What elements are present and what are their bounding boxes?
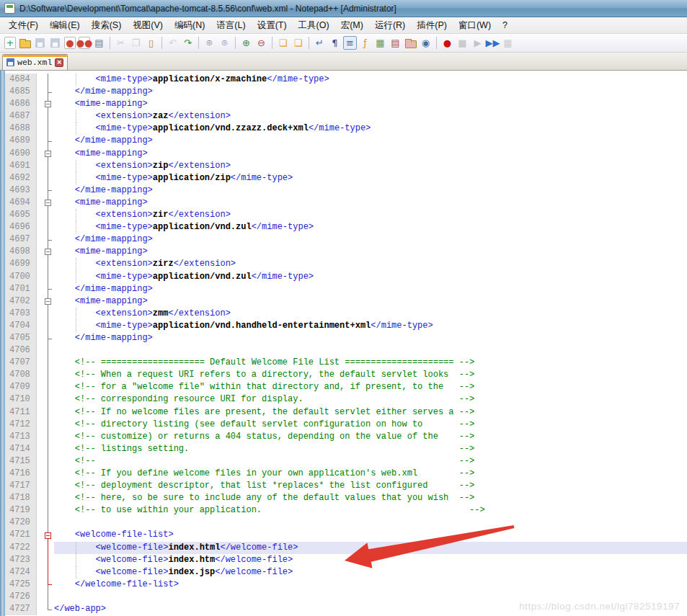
open-file-icon[interactable] bbox=[18, 36, 32, 50]
replace-icon[interactable]: ⌾ bbox=[218, 36, 231, 50]
fold-margin[interactable] bbox=[42, 542, 54, 554]
fold-margin[interactable] bbox=[42, 480, 54, 492]
fold-margin[interactable] bbox=[42, 357, 54, 369]
line-number[interactable]: 4719 bbox=[0, 504, 37, 517]
line-number[interactable]: 4694 bbox=[0, 197, 37, 209]
line-number[interactable]: 4718 bbox=[0, 492, 37, 504]
fold-margin[interactable] bbox=[42, 443, 54, 455]
line-number[interactable]: 4692 bbox=[0, 172, 37, 184]
print-icon[interactable]: ▤ bbox=[92, 36, 106, 50]
line-number[interactable]: 4684 bbox=[0, 73, 37, 86]
code-line-4719[interactable]: 4719 <!-- to use within your application… bbox=[0, 504, 687, 517]
folder-as-workspace-icon[interactable] bbox=[404, 36, 417, 50]
line-number[interactable]: 4691 bbox=[0, 160, 37, 172]
line-number[interactable]: 4696 bbox=[0, 221, 37, 233]
code-line-4686[interactable]: 4686 <mime-mapping> bbox=[0, 98, 687, 110]
code-text[interactable]: <mime-mapping> bbox=[54, 148, 687, 160]
line-number[interactable]: 4690 bbox=[0, 148, 37, 160]
bookmark-margin[interactable] bbox=[37, 566, 42, 579]
bookmark-margin[interactable] bbox=[37, 344, 42, 357]
document-map-icon[interactable]: ▦ bbox=[373, 36, 387, 50]
bookmark-margin[interactable] bbox=[37, 591, 42, 603]
code-text[interactable]: </mime-mapping> bbox=[54, 184, 687, 197]
fold-margin[interactable] bbox=[42, 381, 54, 393]
fold-margin[interactable] bbox=[42, 295, 54, 308]
code-line-4687[interactable]: 4687 <extension>zaz</extension> bbox=[0, 110, 687, 122]
line-number[interactable]: 4703 bbox=[0, 308, 37, 320]
code-line-4701[interactable]: 4701 </mime-mapping> bbox=[0, 283, 687, 295]
menu-item-6[interactable]: 设置(T) bbox=[252, 17, 293, 34]
bookmark-margin[interactable] bbox=[37, 135, 42, 147]
fold-collapse-icon[interactable] bbox=[45, 249, 51, 255]
code-text[interactable]: <!-- to use within your application. --> bbox=[54, 504, 687, 517]
copy-icon[interactable]: ❐ bbox=[129, 36, 143, 50]
line-number[interactable]: 4699 bbox=[0, 258, 37, 270]
line-number[interactable]: 4720 bbox=[0, 517, 37, 529]
code-text[interactable]: <mime-mapping> bbox=[54, 98, 687, 110]
code-line-4694[interactable]: 4694 <mime-mapping> bbox=[0, 197, 687, 209]
sync-horizontal-scroll-icon[interactable]: ❏ bbox=[291, 36, 305, 50]
code-line-4720[interactable]: 4720 bbox=[0, 517, 687, 529]
code-line-4710[interactable]: 4710 <!-- corresponding resource URI for… bbox=[0, 393, 687, 406]
document-list-icon[interactable]: ▤ bbox=[389, 36, 402, 50]
fold-margin[interactable] bbox=[42, 492, 54, 504]
tab-close-icon[interactable]: × bbox=[55, 58, 63, 67]
fold-margin[interactable] bbox=[42, 591, 54, 603]
line-number[interactable]: 4704 bbox=[0, 320, 37, 332]
code-line-4704[interactable]: 4704 <mime-type>application/vnd.handheld… bbox=[0, 320, 687, 332]
bookmark-margin[interactable] bbox=[37, 233, 42, 246]
code-text[interactable]: <mime-type>application/zip</mime-type> bbox=[54, 172, 687, 184]
bookmark-margin[interactable] bbox=[37, 86, 42, 98]
code-text[interactable]: <mime-type>application/vnd.handheld-ente… bbox=[54, 320, 687, 332]
bookmark-margin[interactable] bbox=[37, 209, 42, 221]
line-number[interactable]: 4700 bbox=[0, 271, 37, 283]
fold-margin[interactable] bbox=[42, 566, 54, 579]
macro-play-icon[interactable]: ▶ bbox=[471, 36, 484, 50]
code-text[interactable]: </mime-mapping> bbox=[54, 332, 687, 344]
line-number[interactable]: 4688 bbox=[0, 122, 37, 135]
fold-margin[interactable] bbox=[42, 271, 54, 283]
line-number[interactable]: 4687 bbox=[0, 110, 37, 122]
bookmark-margin[interactable] bbox=[37, 148, 42, 160]
line-number[interactable]: 4702 bbox=[0, 295, 37, 308]
code-line-4693[interactable]: 4693 </mime-mapping> bbox=[0, 184, 687, 197]
line-number[interactable]: 4726 bbox=[0, 591, 37, 603]
line-number[interactable]: 4697 bbox=[0, 233, 37, 246]
fold-margin[interactable] bbox=[42, 209, 54, 221]
code-line-4697[interactable]: 4697 </mime-mapping> bbox=[0, 233, 687, 246]
macro-run-multiple-icon[interactable]: ▶▶ bbox=[486, 36, 500, 50]
code-text[interactable]: <extension>zir</extension> bbox=[54, 209, 687, 221]
bookmark-margin[interactable] bbox=[37, 381, 42, 393]
code-text[interactable]: <extension>zirz</extension> bbox=[54, 258, 687, 270]
code-line-4703[interactable]: 4703 <extension>zmm</extension> bbox=[0, 308, 687, 320]
bookmark-margin[interactable] bbox=[37, 393, 42, 406]
bookmark-margin[interactable] bbox=[37, 172, 42, 184]
zoom-out-icon[interactable]: ⊖ bbox=[254, 36, 268, 50]
code-line-4709[interactable]: 4709 <!-- for a "welcome file" within th… bbox=[0, 381, 687, 393]
line-number[interactable]: 4705 bbox=[0, 332, 37, 344]
line-number[interactable]: 4715 bbox=[0, 455, 37, 468]
code-line-4700[interactable]: 4700 <mime-type>application/vnd.zul</mim… bbox=[0, 271, 687, 283]
code-text[interactable]: </mime-mapping> bbox=[54, 135, 687, 147]
code-line-4699[interactable]: 4699 <extension>zirz</extension> bbox=[0, 258, 687, 270]
new-file-icon[interactable]: + bbox=[4, 37, 16, 49]
bookmark-margin[interactable] bbox=[37, 542, 42, 554]
code-text[interactable]: <!-- If you define welcome files in your… bbox=[54, 468, 687, 480]
close-all-docs-icon[interactable]: ●● bbox=[79, 37, 90, 49]
code-line-4692[interactable]: 4692 <mime-type>application/zip</mime-ty… bbox=[0, 172, 687, 184]
menu-item-10[interactable]: 插件(P) bbox=[411, 17, 453, 34]
fold-margin[interactable] bbox=[42, 308, 54, 320]
code-text[interactable]: <!-- here, so be sure to include any of … bbox=[54, 492, 687, 504]
bookmark-margin[interactable] bbox=[37, 603, 42, 615]
bookmark-margin[interactable] bbox=[37, 122, 42, 135]
code-line-4696[interactable]: 4696 <mime-type>application/vnd.zul</mim… bbox=[0, 221, 687, 233]
code-text[interactable]: </mime-mapping> bbox=[54, 283, 687, 295]
fold-margin[interactable] bbox=[42, 283, 54, 295]
code-line-4689[interactable]: 4689 </mime-mapping> bbox=[0, 135, 687, 147]
code-text[interactable]: <extension>zip</extension> bbox=[54, 160, 687, 172]
line-number[interactable]: 4711 bbox=[0, 406, 37, 419]
bookmark-margin[interactable] bbox=[37, 184, 42, 197]
code-text[interactable]: <!-- If no welcome files are present, th… bbox=[54, 406, 687, 419]
bookmark-margin[interactable] bbox=[37, 320, 42, 332]
fold-margin[interactable] bbox=[42, 184, 54, 197]
